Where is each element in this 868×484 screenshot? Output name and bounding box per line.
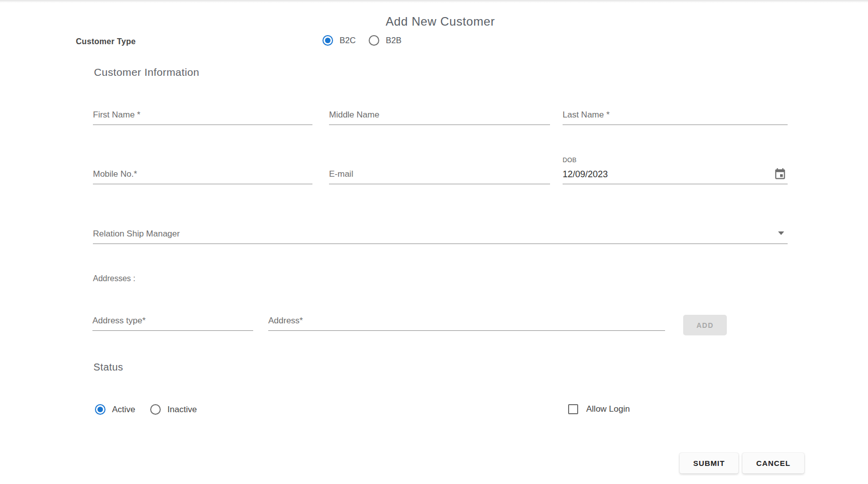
field-label: Address type* (92, 316, 146, 326)
top-edge-divider (0, 0, 868, 3)
cancel-button[interactable]: CANCEL (742, 453, 804, 473)
dob-field[interactable]: DOB 12/09/2023 (563, 156, 788, 184)
addresses-heading: Addresses : (93, 274, 135, 283)
chevron-down-icon (778, 231, 784, 235)
radio-label: Active (112, 405, 135, 415)
add-address-button[interactable]: ADD (683, 315, 727, 335)
radio-option-b2c[interactable]: B2C (322, 35, 356, 46)
radio-label: B2C (340, 36, 356, 45)
field-label: First Name * (93, 110, 140, 120)
address-type-field[interactable]: Address type* (92, 307, 253, 331)
submit-button[interactable]: SUBMIT (680, 453, 738, 473)
relationship-manager-select[interactable]: Relation Ship Manager (93, 220, 788, 244)
radio-label: B2B (386, 36, 401, 45)
field-label: Middle Name (329, 110, 379, 120)
customer-type-radio-group: B2C B2B (322, 35, 401, 46)
page-title: Add New Customer (93, 15, 788, 29)
mobile-no-field[interactable]: Mobile No.* (93, 160, 312, 184)
customer-type-label: Customer Type (76, 37, 136, 46)
field-label: E-mail (329, 169, 353, 179)
field-label: Mobile No.* (93, 169, 137, 179)
field-label: Address* (268, 316, 303, 326)
status-radio-group: Active Inactive (95, 404, 197, 415)
radio-button-icon (150, 404, 161, 415)
status-heading: Status (93, 361, 123, 373)
allow-login-label: Allow Login (586, 404, 630, 414)
field-label: Last Name * (563, 110, 610, 120)
radio-button-icon (95, 404, 105, 415)
radio-button-icon (369, 35, 379, 46)
email-field[interactable]: E-mail (329, 160, 550, 184)
last-name-field[interactable]: Last Name * (563, 101, 788, 125)
field-label: Relation Ship Manager (93, 229, 180, 239)
customer-information-heading: Customer Information (94, 66, 199, 78)
calendar-icon[interactable] (774, 168, 787, 181)
address-field[interactable]: Address* (268, 307, 665, 331)
checkbox-icon (568, 404, 578, 414)
radio-option-inactive[interactable]: Inactive (150, 404, 197, 415)
first-name-field[interactable]: First Name * (93, 101, 312, 125)
radio-label: Inactive (167, 405, 197, 415)
dob-value: 12/09/2023 (563, 169, 608, 180)
add-new-customer-form: Add New Customer Customer Type B2C B2B C… (0, 0, 868, 484)
allow-login-checkbox[interactable]: Allow Login (568, 404, 630, 414)
middle-name-field[interactable]: Middle Name (329, 101, 550, 125)
radio-button-icon (322, 35, 333, 46)
radio-option-active[interactable]: Active (95, 404, 135, 415)
dob-field-label: DOB (563, 157, 577, 164)
radio-option-b2b[interactable]: B2B (369, 35, 401, 46)
